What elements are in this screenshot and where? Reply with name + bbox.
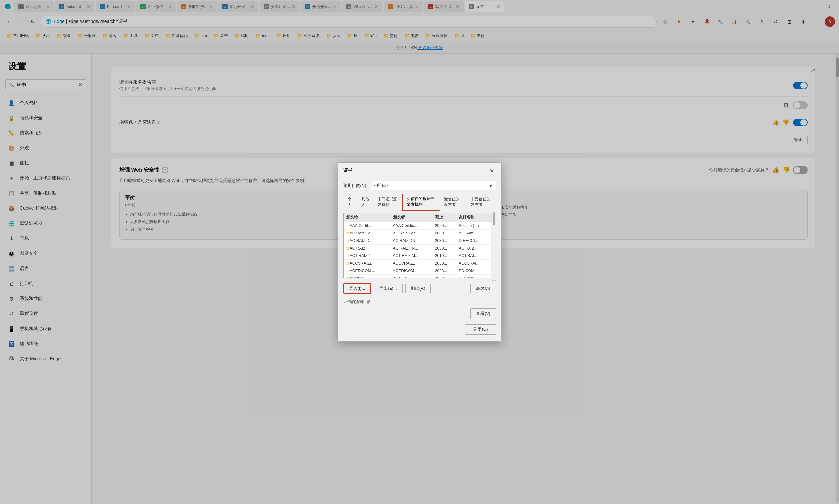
cert-expires-7: 2023... bbox=[432, 275, 456, 278]
dialog-tab-trusted-publishers[interactable]: 受信任的发布者 bbox=[440, 194, 466, 210]
cert-issued-to-7: □ACNLB bbox=[344, 275, 391, 278]
cert-friendly-1: AC Raiz ... bbox=[456, 230, 492, 237]
cert-issuer-0: AAA Certific... bbox=[390, 222, 432, 230]
cert-table: 颁发给 颁发者 截止... 友好名称 □AAA Certif... AAA Ce… bbox=[344, 213, 492, 278]
cert-row-4[interactable]: □AC1 RAIZ 1 AC1 RAIZ M... 2019... AC1 RA… bbox=[344, 252, 492, 260]
export-button[interactable]: 导出(E)... bbox=[374, 284, 403, 293]
cert-friendly-7: NLB Nov... bbox=[456, 275, 492, 278]
cert-icon-7: □ bbox=[346, 276, 348, 278]
dialog-tab-trusted-root-ca[interactable]: 受信任的根证书颁发机构 bbox=[403, 194, 440, 210]
dialog-tab-intermediate-ca[interactable]: 中间证书颁发机构 bbox=[373, 194, 403, 210]
dialog-title-bar: 证书 ✕ bbox=[338, 163, 501, 177]
cert-friendly-0: Sectigo (...) bbox=[456, 222, 492, 230]
cert-row-2[interactable]: □AC RAIZ D... AC RAIZ DN... 2036... DIRE… bbox=[344, 237, 492, 245]
cert-issued-to-3: □AC RAIZ F... bbox=[344, 245, 391, 252]
cert-expires-4: 2019... bbox=[432, 252, 456, 260]
cert-table-container: 颁发给 颁发者 截止... 友好名称 □AAA Certif... AAA Ce… bbox=[343, 210, 496, 281]
advanced-button[interactable]: 高级(A) bbox=[470, 284, 496, 293]
cert-expires-3: 2030... bbox=[432, 245, 456, 252]
delete-button[interactable]: 删除(R) bbox=[405, 284, 431, 293]
cert-issued-to-2: □AC RAIZ D... bbox=[344, 237, 391, 245]
cert-issued-to-6: □ACEDICOM ... bbox=[344, 267, 391, 275]
cert-row-3[interactable]: □AC RAIZ F... AC RAIZ FN... 2030... AC R… bbox=[344, 245, 492, 252]
dialog-purpose-value: <所有> bbox=[374, 183, 388, 188]
cert-issuer-4: AC1 RAIZ M... bbox=[390, 252, 432, 260]
cert-icon-2: □ bbox=[346, 238, 348, 243]
dialog-body: 预期目的(N): <所有> ▼ 个人 其他人 中间证书颁发机构 受信任的根 bbox=[338, 177, 501, 341]
cert-expires-2: 2036... bbox=[432, 237, 456, 245]
cert-row-0[interactable]: □AAA Certif... AAA Certific... 2029... S… bbox=[344, 222, 492, 230]
dialog-overlay: 证书 ✕ 预期目的(N): <所有> ▼ 个人 其他人 bbox=[0, 0, 839, 504]
cert-icon-6: □ bbox=[346, 269, 348, 273]
table-scrollbar[interactable] bbox=[492, 210, 496, 281]
cert-issued-to-1: □AC Raiz Ce... bbox=[344, 230, 391, 237]
dialog-purpose-label: 预期目的(N): bbox=[343, 183, 367, 188]
table-scrollbar-track bbox=[493, 210, 496, 280]
import-button[interactable]: 导入(I)... bbox=[343, 283, 371, 294]
cert-icon-5: □ bbox=[346, 261, 348, 266]
dialog-view-row: 查看(V) bbox=[343, 307, 496, 322]
dialog-purpose-select[interactable]: <所有> ▼ bbox=[371, 181, 496, 190]
cert-friendly-6: EDICOM bbox=[456, 267, 492, 275]
col-friendly: 友好名称 bbox=[456, 213, 492, 222]
dialog-purpose-info-text: 证书的预期目的 bbox=[343, 298, 496, 307]
cert-row-5[interactable]: □ACCVRAIZ1 ACCVRAIZ1 2030... ACCVRAI... bbox=[344, 260, 492, 267]
col-issued-to: 颁发给 bbox=[344, 213, 391, 222]
cert-issuer-5: ACCVRAIZ1 bbox=[390, 260, 432, 267]
cert-row-7[interactable]: □ACNLB ACNLB 2023... NLB Nov... bbox=[344, 275, 492, 278]
dialog-tab-untrusted-publishers[interactable]: 未受信任的发布者 bbox=[466, 194, 496, 210]
cert-row-1[interactable]: □AC Raiz Ce... AC Raiz Cer... 2030... AC… bbox=[344, 230, 492, 237]
cert-issuer-1: AC Raiz Cer... bbox=[390, 230, 432, 237]
dialog-footer: 关闭(C) bbox=[343, 322, 496, 337]
cert-icon-3: □ bbox=[346, 246, 348, 251]
dialog-actions: 导入(I)... 导出(E)... 删除(R) 高级(A) bbox=[343, 281, 496, 298]
dialog-tabs: 个人 其他人 中间证书颁发机构 受信任的根证书颁发机构 受信任的发布者 未受信任… bbox=[343, 194, 496, 210]
cert-expires-5: 2030... bbox=[432, 260, 456, 267]
cert-table-wrapper: 颁发给 颁发者 截止... 友好名称 □AAA Certif... AAA Ce… bbox=[343, 213, 492, 278]
cert-issuer-3: AC RAIZ FN... bbox=[390, 245, 432, 252]
col-expires: 截止... bbox=[432, 213, 456, 222]
dialog-tab-others[interactable]: 其他人 bbox=[357, 194, 373, 210]
cert-icon-4: □ bbox=[346, 253, 348, 258]
dialog-purpose-row: 预期目的(N): <所有> ▼ bbox=[343, 181, 496, 190]
dialog-title-text: 证书 bbox=[343, 168, 353, 174]
view-button[interactable]: 查看(V) bbox=[470, 308, 496, 319]
cert-expires-0: 2029... bbox=[432, 222, 456, 230]
cert-friendly-3: AC RAIZ ... bbox=[456, 245, 492, 252]
cert-issuer-6: ACEDICOM ... bbox=[390, 267, 432, 275]
cert-expires-1: 2030... bbox=[432, 230, 456, 237]
col-issuer: 颁发者 bbox=[390, 213, 432, 222]
cert-friendly-5: ACCVRAI... bbox=[456, 260, 492, 267]
cert-issuer-7: ACNLB bbox=[390, 275, 432, 278]
cert-expires-6: 2028... bbox=[432, 267, 456, 275]
dialog-close-x-button[interactable]: ✕ bbox=[488, 167, 496, 175]
cert-issued-to-4: □AC1 RAIZ 1 bbox=[344, 252, 391, 260]
certificate-dialog: 证书 ✕ 预期目的(N): <所有> ▼ 个人 其他人 bbox=[338, 162, 502, 342]
cert-friendly-2: DIRECCI... bbox=[456, 237, 492, 245]
dialog-tab-personal[interactable]: 个人 bbox=[343, 194, 357, 210]
cert-friendly-4: AC1 RAI... bbox=[456, 252, 492, 260]
cert-issuer-2: AC RAIZ DN... bbox=[390, 237, 432, 245]
cert-issued-to-0: □AAA Certif... bbox=[344, 222, 391, 230]
dialog-close-main-button[interactable]: 关闭(C) bbox=[465, 324, 496, 335]
cert-icon-1: □ bbox=[346, 231, 348, 235]
cert-icon-0: □ bbox=[346, 223, 348, 228]
chevron-down-icon: ▼ bbox=[489, 183, 493, 188]
table-scrollbar-thumb[interactable] bbox=[493, 212, 495, 225]
cert-row-6[interactable]: □ACEDICOM ... ACEDICOM ... 2028... EDICO… bbox=[344, 267, 492, 275]
cert-issued-to-5: □ACCVRAIZ1 bbox=[344, 260, 391, 267]
